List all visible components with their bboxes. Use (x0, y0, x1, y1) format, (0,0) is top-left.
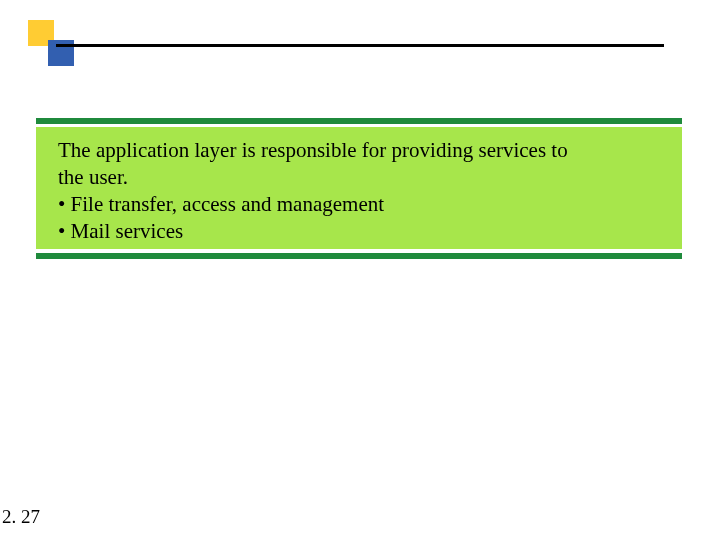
content-line-2: the user. (58, 164, 668, 191)
content-bottom-bar (36, 253, 682, 259)
title-underline (56, 44, 664, 47)
content-bullet-1: • File transfer, access and management (58, 191, 668, 218)
content-line-1: The application layer is responsible for… (58, 137, 668, 164)
page-number: 2. 27 (2, 506, 40, 528)
content-bullet-2: • Mail services (58, 218, 668, 245)
slide-logo (28, 20, 88, 80)
content-box: The application layer is responsible for… (36, 127, 682, 249)
content-top-bar (36, 118, 682, 124)
